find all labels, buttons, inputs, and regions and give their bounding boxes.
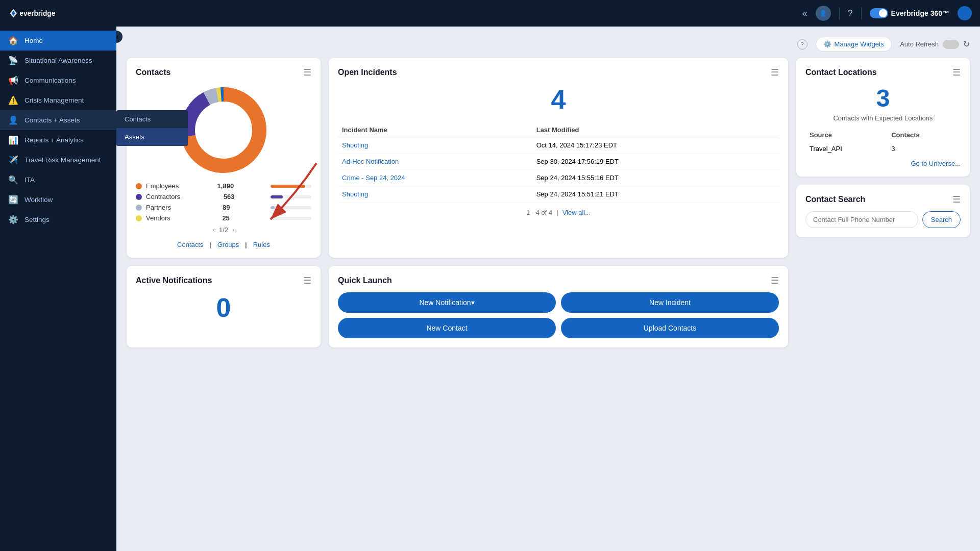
active-notif-header: Active Notifications ☰ — [136, 275, 311, 286]
sidebar-item-home[interactable]: 🏠 Home — [0, 31, 116, 51]
locations-count: 3 — [805, 84, 961, 112]
new-contact-button[interactable]: New Contact — [338, 318, 556, 338]
employees-bar — [271, 185, 311, 188]
sidebar-item-reports-analytics[interactable]: 📊 Reports + Analytics — [0, 130, 116, 150]
workflow-icon: 🔄 — [8, 195, 18, 205]
incident-name-link[interactable]: Shooting — [342, 141, 368, 149]
sidebar-item-situational-awareness[interactable]: 📡 Situational Awareness — [0, 51, 116, 70]
sidebar-item-label: Communications — [24, 77, 76, 84]
topbar: everbridge « 👤 ? Everbridge 360™ — [0, 0, 980, 27]
contractors-bar-fill — [271, 195, 283, 198]
location-contacts: 3 — [887, 142, 961, 156]
sidebar-item-communications[interactable]: 📢 Communications — [0, 70, 116, 90]
go-to-universe-link[interactable]: Go to Universe... — [911, 160, 961, 167]
partners-dot — [136, 205, 142, 211]
sidebar-item-workflow[interactable]: 🔄 Workflow — [0, 190, 116, 210]
sidebar-item-contacts-assets[interactable]: 👤 Contacts + Assets Contacts Assets — [0, 110, 116, 130]
rules-link[interactable]: Rules — [253, 241, 270, 248]
incident-name-link[interactable]: Shooting — [342, 190, 368, 198]
vendors-bar — [271, 217, 311, 220]
communications-icon: 📢 — [8, 76, 18, 85]
incidents-card-menu[interactable]: ☰ — [771, 67, 779, 78]
contacts-card-menu[interactable]: ☰ — [303, 67, 311, 78]
help-icon[interactable]: ? — [848, 8, 853, 19]
sidebar: « 🏠 Home 📡 Situational Awareness 📢 Commu… — [0, 27, 116, 551]
view-all-incidents-link[interactable]: View all... — [562, 209, 591, 216]
quick-launch-menu[interactable]: ☰ — [771, 275, 779, 286]
sidebar-item-label: Workflow — [24, 196, 53, 204]
contacts-pagination: ‹ 1/2 › — [136, 226, 311, 234]
sidebar-item-ita[interactable]: 🔍 ITA — [0, 170, 116, 190]
orb-icon[interactable] — [958, 6, 972, 20]
quick-launch-header: Quick Launch ☰ — [338, 275, 779, 286]
incident-name-link[interactable]: Ad-Hoc Notification — [342, 158, 399, 165]
locations-table: Source Contacts Travel_API 3 — [805, 128, 961, 156]
legend-contractors: Contractors 563 — [136, 193, 311, 201]
sidebar-item-travel-risk[interactable]: ✈️ Travel Risk Management — [0, 150, 116, 170]
user-avatar[interactable]: 👤 — [816, 6, 831, 21]
travel-risk-icon: ✈️ — [8, 155, 18, 165]
situational-awareness-icon: 📡 — [8, 56, 18, 65]
auto-refresh-row: Auto Refresh ↻ — [900, 39, 970, 49]
brand-toggle[interactable]: Everbridge 360™ — [870, 8, 949, 18]
contacts-link[interactable]: Contacts — [177, 241, 203, 248]
manage-widgets-button[interactable]: ⚙️ Manage Widgets — [816, 37, 892, 52]
contact-search-button[interactable]: Search — [922, 211, 961, 228]
quick-launch-grid: New Notification▾ New Incident New Conta… — [338, 292, 779, 338]
sidebar-item-label: Home — [24, 37, 43, 44]
contact-locations-widget: Contact Locations ☰ 3 Contacts with Expe… — [796, 58, 970, 177]
employees-count: 1,890 — [215, 182, 234, 190]
crisis-management-icon: ⚠️ — [8, 95, 18, 105]
locations-col-source: Source — [805, 128, 887, 142]
incidents-col-name: Incident Name — [338, 123, 532, 137]
new-notification-button[interactable]: New Notification▾ — [338, 292, 556, 313]
groups-link[interactable]: Groups — [217, 241, 239, 248]
contractors-bar — [271, 195, 311, 198]
partners-count: 89 — [212, 204, 230, 211]
sidebar-item-label: Travel Risk Management — [24, 156, 101, 164]
manage-widgets-row: ? ⚙️ Manage Widgets Auto Refresh ↻ — [127, 37, 970, 52]
next-page-icon[interactable]: › — [232, 226, 234, 234]
contact-phone-input[interactable] — [805, 211, 918, 228]
open-incidents-widget: Open Incidents ☰ 4 Incident Name Last Mo… — [329, 58, 788, 258]
contact-search-menu[interactable]: ☰ — [952, 194, 961, 205]
new-incident-button[interactable]: New Incident — [561, 292, 779, 313]
locations-link: Go to Universe... — [805, 160, 961, 167]
table-row: Ad-Hoc Notification Sep 30, 2024 17:56:1… — [338, 154, 779, 170]
incidents-card-header: Open Incidents ☰ — [338, 67, 779, 78]
submenu-item-assets[interactable]: Assets — [116, 128, 188, 146]
sidebar-item-label: Reports + Analytics — [24, 136, 84, 144]
location-source: Travel_API — [805, 142, 887, 156]
employees-label: Employees — [146, 182, 179, 190]
prev-page-icon[interactable]: ‹ — [213, 226, 215, 234]
submenu-item-contacts[interactable]: Contacts — [116, 110, 188, 128]
right-spacer — [796, 266, 970, 347]
employees-dot — [136, 183, 142, 189]
legend-partners: Partners 89 — [136, 204, 311, 211]
sidebar-item-settings[interactable]: ⚙️ Settings — [0, 210, 116, 230]
toggle-switch[interactable] — [870, 8, 888, 18]
quick-launch-title: Quick Launch — [338, 276, 392, 285]
settings-icon: ⚙️ — [8, 215, 18, 224]
incident-name-link[interactable]: Crime - Sep 24, 2024 — [342, 174, 405, 182]
vendors-dot — [136, 215, 142, 221]
active-notif-menu[interactable]: ☰ — [303, 275, 311, 286]
incident-modified: Sep 24, 2024 15:55:16 EDT — [532, 170, 779, 186]
svg-text:everbridge: everbridge — [19, 10, 55, 17]
contacts-card-header: Contacts ☰ — [136, 67, 311, 78]
sidebar-item-crisis-management[interactable]: ⚠️ Crisis Management — [0, 90, 116, 110]
widget-help-icon[interactable]: ? — [797, 39, 807, 49]
contacts-footer: Contacts | Groups | Rules — [136, 241, 311, 248]
contact-locations-menu[interactable]: ☰ — [952, 67, 961, 78]
collapse-icon[interactable]: « — [802, 8, 807, 19]
auto-refresh-toggle[interactable] — [943, 40, 959, 49]
locations-col-contacts: Contacts — [887, 128, 961, 142]
first-cards-row: Contacts ☰ — [127, 58, 970, 258]
upload-contacts-button[interactable]: Upload Contacts — [561, 318, 779, 338]
contact-search-title: Contact Search — [805, 195, 865, 204]
sidebar-item-label: Crisis Management — [24, 96, 84, 104]
refresh-icon[interactable]: ↻ — [963, 39, 970, 49]
gear-icon: ⚙️ — [823, 40, 831, 48]
contacts-widget: Contacts ☰ — [127, 58, 321, 258]
legend-employees: Employees 1,890 — [136, 182, 311, 190]
